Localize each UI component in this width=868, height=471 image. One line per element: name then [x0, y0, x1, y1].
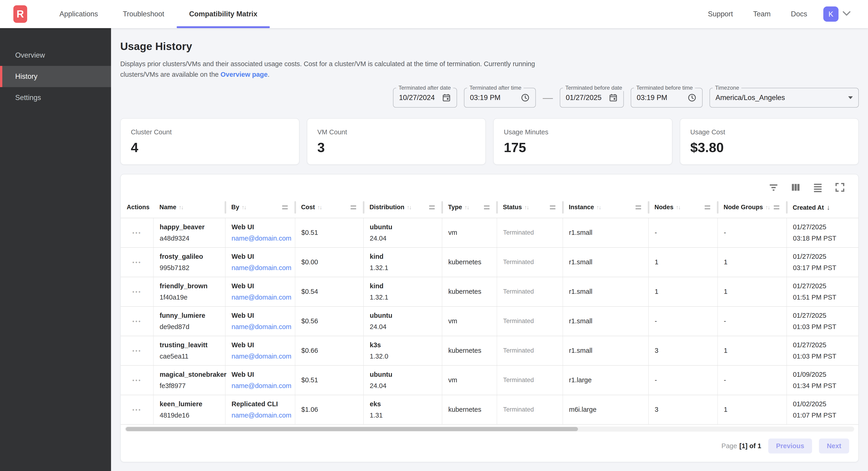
- column-menu-icon[interactable]: [484, 205, 490, 209]
- usage-cost-value: $3.80: [690, 140, 848, 155]
- table-row: ••• keen_lumiere4819de16 Replicated CLIn…: [121, 395, 858, 424]
- fullscreen-icon[interactable]: [835, 182, 845, 193]
- sidebar-item-overview[interactable]: Overview: [0, 45, 111, 66]
- nav-link-docs[interactable]: Docs: [781, 10, 817, 18]
- terminated-before-date-input[interactable]: Terminated before date 01/27/2025: [560, 88, 624, 108]
- created-by-email-link[interactable]: name@domain.com: [231, 294, 291, 301]
- column-header-status[interactable]: Status↑↓: [497, 197, 563, 218]
- terminated-before-time-input[interactable]: Terminated before time 03:19 PM: [631, 88, 703, 108]
- sort-icon: ↑↓: [524, 204, 529, 210]
- cluster-id: 4819de16: [160, 412, 219, 419]
- nav-link-support[interactable]: Support: [698, 10, 743, 18]
- nav-tab-compatibility-matrix[interactable]: Compatibility Matrix: [177, 0, 270, 28]
- created-by-email-link[interactable]: name@domain.com: [231, 264, 291, 271]
- cluster-id: cae5ea11: [160, 353, 219, 360]
- horizontal-scrollbar-thumb[interactable]: [126, 427, 578, 431]
- row-actions-button[interactable]: •••: [132, 289, 142, 295]
- column-menu-icon[interactable]: [282, 205, 288, 209]
- cluster-name: funny_lumiere: [160, 312, 219, 319]
- column-header-by[interactable]: By↑↓: [225, 197, 295, 218]
- sort-icon: ↑↓: [676, 204, 680, 210]
- user-avatar[interactable]: K: [823, 6, 838, 22]
- created-date: 01/27/2025: [793, 341, 852, 349]
- column-header-created-at[interactable]: Created At↓: [787, 197, 858, 218]
- clock-icon[interactable]: [521, 93, 530, 102]
- next-page-button[interactable]: Next: [819, 439, 849, 453]
- column-header-actions: Actions: [121, 197, 153, 218]
- overview-page-link[interactable]: Overview page: [220, 71, 268, 78]
- row-actions-button[interactable]: •••: [132, 407, 142, 413]
- filter-icon[interactable]: [769, 182, 779, 193]
- calendar-icon[interactable]: [609, 93, 618, 102]
- column-menu-icon[interactable]: [636, 205, 641, 209]
- nodes-cell: 3: [648, 395, 718, 424]
- instance-cell: r1.small: [563, 218, 648, 247]
- row-actions-button[interactable]: •••: [132, 230, 142, 236]
- column-header-node-groups[interactable]: Node Groups↑↓: [718, 197, 787, 218]
- cluster-id: 1f40a19e: [160, 294, 219, 301]
- usage-history-table: Actions Name↑↓ By↑↓ Cost↑↓ Distribution↑…: [121, 197, 858, 425]
- cluster-id: fe3f8977: [160, 382, 219, 390]
- horizontal-scrollbar-track[interactable]: [125, 426, 854, 432]
- previous-page-button[interactable]: Previous: [768, 439, 812, 453]
- created-by-email-link[interactable]: name@domain.com: [231, 353, 291, 360]
- primary-tabs: Applications Troubleshoot Compatibility …: [47, 0, 270, 28]
- distribution-name: ubuntu: [370, 371, 436, 378]
- created-by-email-link[interactable]: name@domain.com: [231, 235, 291, 242]
- filter-bar: Terminated after date 10/27/2024 Termina…: [120, 88, 859, 108]
- node-groups-cell: -: [718, 306, 787, 336]
- column-header-cost[interactable]: Cost↑↓: [295, 197, 364, 218]
- sort-icon: ↑↓: [464, 204, 469, 210]
- columns-icon[interactable]: [790, 182, 801, 193]
- table-row: ••• friendly_brown1f40a19e Web UIname@do…: [121, 277, 858, 306]
- sort-icon: ↑↓: [407, 204, 411, 210]
- status-badge: Terminated: [497, 365, 563, 395]
- column-header-instance[interactable]: Instance↑↓: [563, 197, 648, 218]
- sort-icon: ↑↓: [242, 204, 246, 210]
- timezone-value: America/Los_Angeles: [715, 93, 785, 102]
- node-groups-cell: -: [718, 365, 787, 395]
- status-badge: Terminated: [497, 277, 563, 306]
- column-header-name[interactable]: Name↑↓: [153, 197, 225, 218]
- row-actions-button[interactable]: •••: [132, 377, 142, 383]
- cost-cell: $1.06: [295, 395, 364, 424]
- clock-icon[interactable]: [687, 93, 696, 102]
- nodes-cell: -: [648, 306, 718, 336]
- column-menu-icon[interactable]: [351, 205, 356, 209]
- summary-cards: Cluster Count 4 VM Count 3 Usage Minutes…: [120, 118, 859, 165]
- row-actions-button[interactable]: •••: [132, 259, 142, 265]
- instance-cell: r1.small: [563, 336, 648, 365]
- replicated-logo[interactable]: R: [13, 5, 27, 23]
- sidebar-item-settings[interactable]: Settings: [0, 87, 111, 108]
- created-by-email-link[interactable]: name@domain.com: [231, 412, 291, 419]
- column-label: Actions: [127, 204, 150, 211]
- sidebar-item-history[interactable]: History: [0, 66, 111, 87]
- row-actions-button[interactable]: •••: [132, 318, 142, 324]
- timezone-select[interactable]: Timezone America/Los_Angeles: [710, 88, 859, 108]
- created-by-source: Web UI: [231, 223, 289, 231]
- column-menu-icon[interactable]: [774, 205, 779, 209]
- column-menu-icon[interactable]: [550, 205, 555, 209]
- column-menu-icon[interactable]: [429, 205, 435, 209]
- row-actions-button[interactable]: •••: [132, 348, 142, 354]
- terminated-after-date-input[interactable]: Terminated after date 10/27/2024: [393, 88, 457, 108]
- nav-tab-applications[interactable]: Applications: [47, 0, 110, 28]
- nav-tab-troubleshoot[interactable]: Troubleshoot: [110, 0, 177, 28]
- column-header-nodes[interactable]: Nodes↑↓: [648, 197, 718, 218]
- sort-icon: ↑↓: [596, 204, 601, 210]
- terminated-after-time-input[interactable]: Terminated after time 03:19 PM: [464, 88, 536, 108]
- created-by-email-link[interactable]: name@domain.com: [231, 382, 291, 389]
- pagination: Page[1] of 1 Previous Next: [121, 432, 858, 460]
- column-header-distribution[interactable]: Distribution↑↓: [364, 197, 442, 218]
- account-menu-button[interactable]: [843, 11, 850, 17]
- density-icon[interactable]: [813, 182, 823, 193]
- column-label: Node Groups: [723, 204, 763, 211]
- calendar-icon[interactable]: [442, 93, 451, 102]
- dropdown-caret-icon: [848, 96, 853, 99]
- column-menu-icon[interactable]: [705, 205, 710, 209]
- column-header-type[interactable]: Type↑↓: [442, 197, 497, 218]
- vm-count-value: 3: [317, 140, 475, 155]
- page-indicator: Page[1] of 1: [721, 442, 761, 450]
- created-by-email-link[interactable]: name@domain.com: [231, 323, 291, 330]
- nav-link-team[interactable]: Team: [743, 10, 781, 18]
